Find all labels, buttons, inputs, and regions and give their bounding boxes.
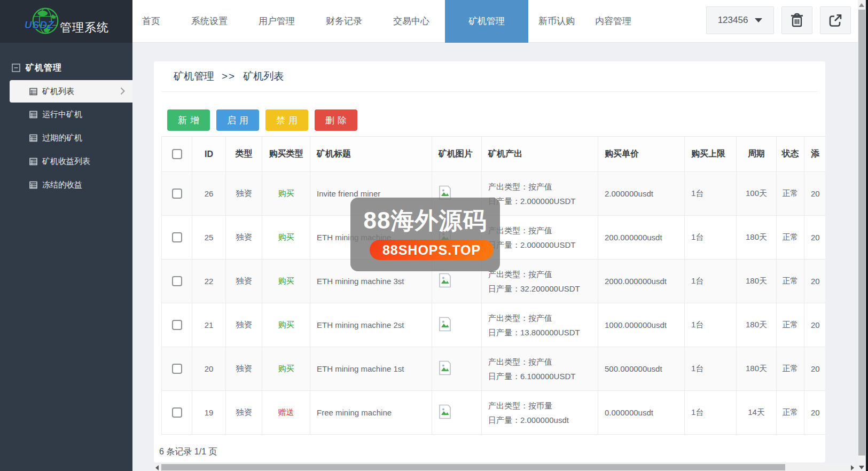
nav-item-new-coin[interactable]: 新币认购 <box>528 0 585 43</box>
miner-table: ID 类型 购买类型 矿机标题 矿机图片 矿机产出 购买单价 购买上限 周期 状… <box>161 136 825 435</box>
col-type: 类型 <box>226 137 262 172</box>
row-checkbox[interactable] <box>172 407 182 418</box>
cell-added: 20 <box>804 391 826 435</box>
user-dropdown[interactable]: 123456 <box>706 6 774 34</box>
records-summary: 6 条记录 1/1 页 <box>159 446 825 458</box>
sidebar-item-frozen-earnings[interactable]: 冻结的收益 <box>0 173 132 197</box>
scroll-down-arrow-icon[interactable] <box>859 466 864 469</box>
list-icon <box>29 181 37 189</box>
cell-buy-type: 购买 <box>262 347 310 391</box>
scroll-left-arrow-icon[interactable] <box>155 465 159 470</box>
nav-item-content-management[interactable]: 内容管理 <box>585 0 642 43</box>
watermark-badge: 88SHOPS.TOP <box>370 240 494 260</box>
row-checkbox[interactable] <box>172 232 182 242</box>
row-checkbox[interactable] <box>172 276 182 286</box>
scroll-up-arrow-icon[interactable] <box>859 3 864 7</box>
cell-status: 正常 <box>777 303 804 347</box>
table-row: 21 独资 购买 ETH mining machine 2st 产出类型：按产值… <box>162 303 826 347</box>
sidebar-item-running-miners[interactable]: 运行中矿机 <box>0 103 132 126</box>
cell-id: 21 <box>192 303 226 347</box>
caret-down-icon <box>755 18 762 22</box>
col-output: 矿机产出 <box>482 137 598 172</box>
broken-image-icon <box>439 360 451 375</box>
watermark-title: 88海外源码 <box>350 205 500 237</box>
disable-button[interactable]: 禁用 <box>265 109 308 131</box>
cell-output: 产出类型：按产值 日产量：13.800000USDT <box>482 303 598 347</box>
breadcrumb-current: 矿机列表 <box>243 69 284 83</box>
broken-image-icon <box>439 273 451 288</box>
col-buy-type: 购买类型 <box>262 137 310 172</box>
vertical-scrollbar[interactable] <box>858 0 866 471</box>
cell-image <box>432 347 482 391</box>
horizontal-scrollbar[interactable] <box>154 464 856 471</box>
cell-period: 100天 <box>737 172 777 216</box>
collapse-icon <box>12 64 20 72</box>
cell-type: 独资 <box>226 347 262 391</box>
cell-limit: 1台 <box>685 303 737 347</box>
sidebar-item-label: 矿机列表 <box>42 87 74 97</box>
row-checkbox[interactable] <box>172 320 182 330</box>
cell-limit: 1台 <box>685 260 737 303</box>
logo-block: USDZ 管理系统 <box>0 0 132 43</box>
cell-status: 正常 <box>777 260 804 303</box>
table-row: 20 独资 购买 ETH mining machine 1st 产出类型：按产值… <box>162 347 826 391</box>
cell-type: 独资 <box>226 216 262 260</box>
cell-limit: 1台 <box>685 172 737 216</box>
cell-buy-type: 购买 <box>262 216 310 260</box>
cell-buy-type: 购买 <box>262 172 310 216</box>
col-id: ID <box>192 137 226 172</box>
miner-table-wrap: ID 类型 购买类型 矿机标题 矿机图片 矿机产出 购买单价 购买上限 周期 状… <box>161 136 825 435</box>
table-row: 19 独资 赠送 Free mining machine 产出类型：按币量 日产… <box>162 391 826 435</box>
cell-title: Free mining machine <box>310 391 432 435</box>
nav-item-user-management[interactable]: 用户管理 <box>243 0 310 43</box>
cell-id: 25 <box>192 216 226 260</box>
select-all-checkbox[interactable] <box>172 149 182 159</box>
delete-button[interactable]: 删除 <box>315 109 357 131</box>
cell-limit: 1台 <box>685 391 737 435</box>
logo-text: USDZ <box>25 19 54 31</box>
list-icon <box>29 158 37 166</box>
cell-buy-type: 购买 <box>262 260 310 303</box>
cell-type: 独资 <box>226 260 262 303</box>
table-header-row: ID 类型 购买类型 矿机标题 矿机图片 矿机产出 购买单价 购买上限 周期 状… <box>162 137 826 172</box>
share-button[interactable] <box>820 6 851 34</box>
trash-button[interactable] <box>781 6 812 34</box>
nav-item-trade-center[interactable]: 交易中心 <box>378 0 445 43</box>
sidebar-section-miner-management[interactable]: 矿机管理 <box>0 43 132 76</box>
col-status: 状态 <box>777 137 804 172</box>
horizontal-scroll-thumb[interactable] <box>161 464 785 470</box>
nav-item-miner-management[interactable]: 矿机管理 <box>445 0 528 43</box>
nav-item-home[interactable]: 首页 <box>132 0 176 43</box>
cell-price: 2000.000000usdt <box>598 260 685 303</box>
share-icon <box>828 13 843 28</box>
cell-period: 180天 <box>737 303 777 347</box>
cell-price: 500.000000usdt <box>598 347 685 391</box>
sidebar-item-label: 矿机收益列表 <box>42 156 90 167</box>
cell-type: 独资 <box>226 391 262 435</box>
cell-title: ETH mining machine 1st <box>310 347 432 391</box>
cell-period: 180天 <box>737 347 777 391</box>
cell-added: 20 <box>804 347 826 391</box>
breadcrumb-parent[interactable]: 矿机管理 <box>174 69 214 83</box>
nav-item-finance-records[interactable]: 财务记录 <box>310 0 378 43</box>
cell-buy-type: 赠送 <box>262 391 310 435</box>
col-period: 周期 <box>737 137 777 172</box>
vertical-scroll-thumb[interactable] <box>858 10 865 456</box>
add-button[interactable]: 新增 <box>167 109 210 131</box>
enable-button[interactable]: 启用 <box>216 109 259 131</box>
nav-item-system-settings[interactable]: 系统设置 <box>176 0 243 43</box>
row-checkbox[interactable] <box>172 189 182 199</box>
sidebar-item-miner-list[interactable]: 矿机列表 <box>10 80 132 103</box>
top-nav-menu: 首页 系统设置 用户管理 财务记录 交易中心 矿机管理 新币认购 内容管理 <box>132 0 642 43</box>
cell-image <box>432 303 482 347</box>
list-icon <box>29 88 37 96</box>
cell-id: 19 <box>192 391 226 435</box>
cell-status: 正常 <box>777 216 804 260</box>
cell-price: 0.000000usdt <box>598 391 685 435</box>
sidebar-item-expired-miners[interactable]: 过期的矿机 <box>0 126 132 150</box>
scroll-right-arrow-icon[interactable] <box>851 465 854 470</box>
cell-type: 独资 <box>226 172 262 216</box>
row-checkbox[interactable] <box>172 364 182 374</box>
cell-status: 正常 <box>777 391 804 435</box>
sidebar-item-miner-earnings[interactable]: 矿机收益列表 <box>0 150 132 173</box>
